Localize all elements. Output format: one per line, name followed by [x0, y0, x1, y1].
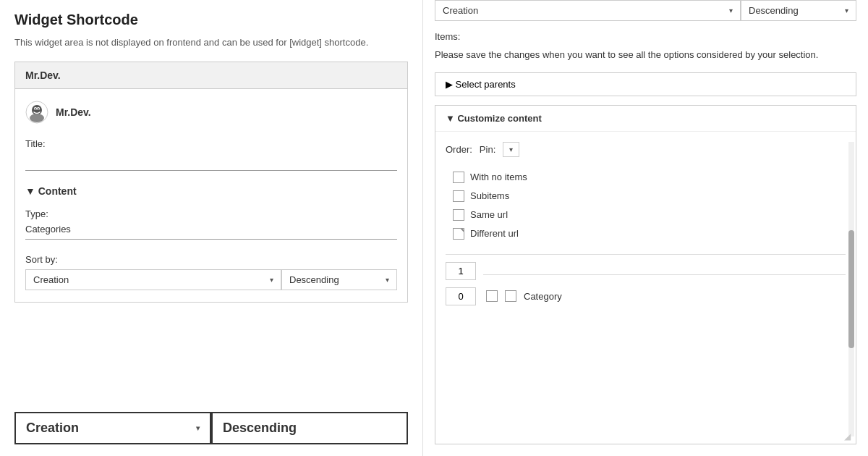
pin-label: Pin:	[480, 144, 495, 155]
avatar-name: Mr.Dev.	[56, 106, 91, 118]
select-parents-button[interactable]: ▶ Select parents	[435, 72, 856, 96]
checkbox-different-url-label: Different url	[470, 228, 519, 239]
title-input[interactable]	[25, 153, 397, 171]
number-input-2[interactable]	[446, 287, 476, 305]
right-descending-chevron: ▾	[845, 7, 848, 14]
bottom-creation-label: Creation	[26, 421, 79, 436]
checkbox-different-url[interactable]	[453, 228, 464, 240]
divider	[446, 254, 846, 255]
widget-description: This widget area is not displayed on fro…	[14, 35, 408, 50]
checkbox-subitems[interactable]	[453, 190, 464, 202]
number-input-row-1	[446, 262, 846, 280]
customize-body: Order: Pin: ▾ With no items Subitems S	[435, 132, 856, 442]
left-panel: Widget Shortcode This widget area is not…	[0, 0, 423, 456]
pin-chevron: ▾	[509, 145, 513, 153]
checkbox-category[interactable]	[486, 290, 498, 302]
scrollbar-thumb[interactable]	[848, 230, 854, 348]
number-input-row-2: Category	[446, 287, 846, 305]
avatar-icon	[25, 101, 48, 124]
sort-descending-label: Descending	[289, 274, 339, 285]
content-section-toggle[interactable]: ▼ Content	[25, 185, 397, 197]
svg-point-6	[30, 114, 44, 122]
avatar-row: Mr.Dev.	[25, 101, 397, 124]
widget-title: Widget Shortcode	[14, 12, 408, 28]
widget-header-bar[interactable]: Mr.Dev.	[14, 62, 408, 89]
sort-row: Creation ▾ Descending ▾	[25, 269, 397, 290]
right-creation-chevron: ▾	[729, 7, 733, 14]
sort-descending-select[interactable]: Descending ▾	[281, 269, 397, 290]
checkbox-category-2[interactable]	[505, 290, 516, 302]
sort-creation-select[interactable]: Creation ▾	[25, 269, 281, 290]
customize-section: ▼ Customize content Order: Pin: ▾ With n…	[435, 105, 856, 445]
customize-header[interactable]: ▼ Customize content	[435, 106, 856, 132]
number-input-1[interactable]	[446, 262, 476, 280]
select-parents-label: ▶ Select parents	[446, 79, 516, 90]
right-sort-descending-select[interactable]: Descending ▾	[741, 0, 856, 21]
svg-point-4	[35, 108, 36, 109]
pin-select[interactable]: ▾	[503, 142, 519, 157]
checkbox-list: With no items Subitems Same url Differen…	[453, 172, 846, 240]
type-value: Categories	[25, 224, 397, 240]
customize-header-label: ▼ Customize content	[446, 113, 542, 124]
resize-handle[interactable]: ◢	[844, 432, 854, 442]
sortby-label: Sort by:	[25, 254, 397, 265]
widget-body: Mr.Dev. Title: ▼ Content Type: Categorie…	[14, 89, 408, 303]
scrollbar-track	[848, 142, 854, 437]
top-sort-row: Creation ▾ Descending ▾	[435, 0, 856, 21]
bottom-descending-select[interactable]: Descending	[211, 412, 408, 444]
checkbox-no-items-label: With no items	[470, 172, 527, 182]
checkbox-subitems-label: Subitems	[470, 190, 509, 201]
widget-header-bar-label: Mr.Dev.	[25, 69, 61, 81]
checkbox-item-different-url: Different url	[453, 228, 846, 240]
category-label: Category	[524, 291, 562, 302]
sort-creation-label: Creation	[33, 274, 69, 285]
order-label: Order:	[446, 144, 472, 155]
bottom-creation-select[interactable]: Creation ▾	[14, 412, 211, 444]
checkbox-same-url-label: Same url	[470, 209, 508, 220]
order-pin-row: Order: Pin: ▾	[446, 142, 846, 157]
svg-point-5	[38, 108, 39, 109]
sort-descending-chevron: ▾	[386, 276, 389, 284]
checkbox-item-subitems: Subitems	[453, 190, 846, 202]
checkbox-item-same-url: Same url	[453, 209, 846, 221]
save-notice: Please save the changes when you want to…	[435, 48, 856, 62]
type-label: Type:	[25, 208, 397, 219]
content-section-label: ▼ Content	[25, 185, 77, 197]
checkbox-no-items[interactable]	[453, 172, 464, 183]
items-label: Items:	[435, 31, 856, 42]
sort-creation-chevron: ▾	[270, 276, 273, 284]
bottom-descending-label: Descending	[223, 421, 297, 436]
checkbox-item-no-items: With no items	[453, 172, 846, 183]
right-panel: Creation ▾ Descending ▾ Items: Please sa…	[423, 0, 868, 456]
checkbox-same-url[interactable]	[453, 209, 464, 221]
right-sort-descending-label: Descending	[749, 5, 799, 16]
bottom-creation-chevron: ▾	[196, 424, 200, 432]
right-sort-creation-label: Creation	[443, 5, 478, 16]
title-label: Title:	[25, 138, 397, 149]
bottom-sort-row: Creation ▾ Descending	[14, 403, 408, 444]
right-sort-creation-select[interactable]: Creation ▾	[435, 0, 741, 21]
